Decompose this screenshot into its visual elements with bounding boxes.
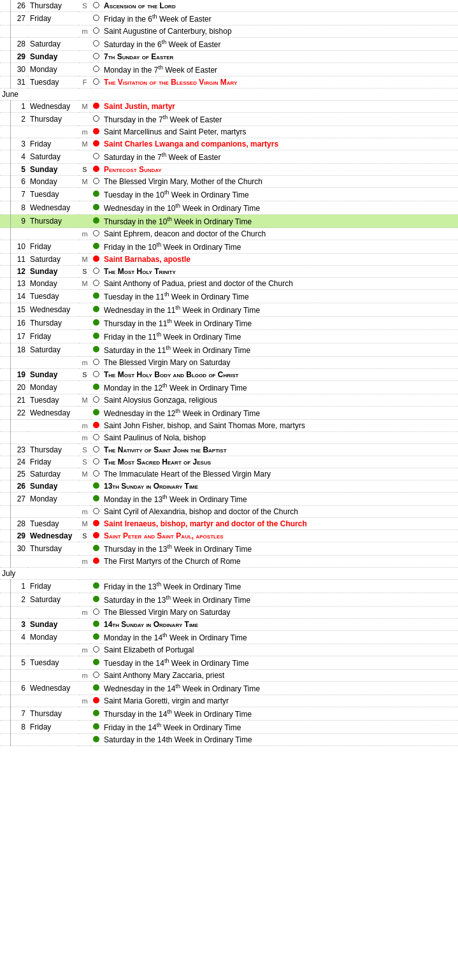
weekday: Sunday [28,266,79,278]
empty-circle-icon [93,359,99,365]
entry-name: Friday in the 13th Week in Ordinary Time [104,582,241,591]
calendar-row: 14TuesdayTuesday in the 11th Week in Ord… [0,290,458,303]
entry-name: Wednesday in the 12th Week in Ordinary T… [104,409,260,418]
season-label-cell [0,432,10,444]
entry-name: Friday in the 10th Week in Ordinary Time [104,243,241,252]
entry-name-cell: Saint Anthony of Padua, priest and docto… [102,278,458,290]
empty-circle-icon [93,2,99,8]
rank: m [79,126,90,138]
weekday: Friday [28,721,79,734]
day-number: 8 [10,201,28,215]
entry-name: Thursday in the 7th Week of Easter [104,115,222,124]
green-circle-icon [93,710,99,716]
feast-name: The Most Holy Body and Blood of Christ [104,370,238,379]
season-label-cell [0,619,10,631]
season-label-cell [0,0,10,12]
circle [90,290,102,303]
entry-name-cell: Saturday in the 14th Week in Ordinary Ti… [102,734,458,746]
feast-name: The Visitation of the Blessed Virgin Mar… [104,78,237,87]
weekday: Wednesday [28,407,79,420]
entry-name-cell: Monday in the 12th Week in Ordinary Time [102,381,458,394]
season-label-cell [0,493,10,506]
rank: m [79,607,90,619]
weekday: Saturday [28,150,79,164]
day-number [10,670,28,682]
circle [90,76,102,89]
weekday: Sunday [28,51,79,63]
season-label-cell [0,330,10,343]
weekday: Thursday [28,0,79,12]
empty-circle-icon [93,672,99,678]
season-label-cell [0,456,10,468]
empty-circle-icon [93,371,99,377]
empty-circle-icon [93,40,99,47]
entry-name-cell: Saint John Fisher, bishop, and Saint Tho… [102,420,458,432]
season-label-cell [0,707,10,721]
calendar-row: 1WednesdayMSaint Justin, martyr [0,101,458,113]
rank [79,656,90,670]
calendar-row: 29WednesdaySSaint Peter and Saint Paul, … [0,530,458,542]
circle [90,150,102,164]
sub-row: mSaint Ephrem, deacon and doctor of the … [0,228,458,240]
season-label-cell [0,228,10,240]
entry-name: Tuesday in the 10th Week in Ordinary Tim… [104,191,249,199]
green-circle-icon [93,333,99,339]
day-number: 30 [10,542,28,556]
red-circle-icon [93,697,99,703]
entry-name: Saint Anthony of Padua, priest and docto… [104,279,293,288]
day-number: 5 [10,164,28,176]
green-circle-icon [93,495,99,501]
day-number: 11 [10,254,28,266]
circle [90,506,102,518]
day-number: 16 [10,317,28,330]
season-label-cell [0,240,10,254]
entry-name-cell: 13th Sunday in Ordinary Time [102,480,458,493]
circle [90,25,102,38]
entry-name-cell: The First Martyrs of the Church of Rome [102,556,458,568]
calendar-row: 15WednesdayWednesday in the 11th Week in… [0,303,458,317]
empty-circle-icon [93,15,99,21]
sub-row: mSaint Paulinus of Nola, bishop [0,432,458,444]
circle [90,381,102,394]
red-circle-icon [93,558,99,564]
circle [90,480,102,493]
sub-row: mSaint Elizabeth of Portugal [0,644,458,656]
red-circle-icon [93,140,99,147]
empty-circle-icon [93,115,99,122]
season-label-cell [0,343,10,357]
calendar-row: 19SundaySThe Most Holy Body and Blood of… [0,369,458,381]
entry-name-cell: Saint Paulinus of Nola, bishop [102,432,458,444]
rank [79,407,90,420]
calendar-row: 3Sunday14th Sunday in Ordinary Time [0,619,458,631]
circle [90,670,102,682]
weekday [28,432,79,444]
empty-circle-icon [93,66,99,72]
entry-name: Wednesday in the 14th Week in Ordinary T… [104,684,260,693]
rank [79,343,90,357]
entry-name-cell: Friday in the 14th Week in Ordinary Time [102,721,458,734]
rank: M [79,138,90,150]
circle [90,607,102,619]
circle [90,734,102,746]
day-number: 4 [10,150,28,164]
entry-name: The First Martyrs of the Church of Rome [104,557,241,566]
calendar-row: 2ThursdayThursday in the 7th Week of Eas… [0,113,458,126]
circle [90,444,102,456]
season-label-cell [0,126,10,138]
weekday: Saturday [28,254,79,266]
weekday: Thursday [28,707,79,721]
season-label-cell [0,670,10,682]
circle [90,542,102,556]
green-circle-icon [93,319,99,326]
circle [90,254,102,266]
red-circle-icon [93,520,99,526]
empty-circle-icon [93,268,99,274]
weekday: Wednesday [28,530,79,542]
day-number: 13 [10,278,28,290]
season-label-cell [0,542,10,556]
entry-name-cell: 7th Sunday of Easter [102,51,458,63]
green-circle-icon [93,292,99,299]
rank: S [79,530,90,542]
day-number: 27 [10,493,28,506]
entry-name-cell: Saint Ephrem, deacon and doctor of the C… [102,228,458,240]
